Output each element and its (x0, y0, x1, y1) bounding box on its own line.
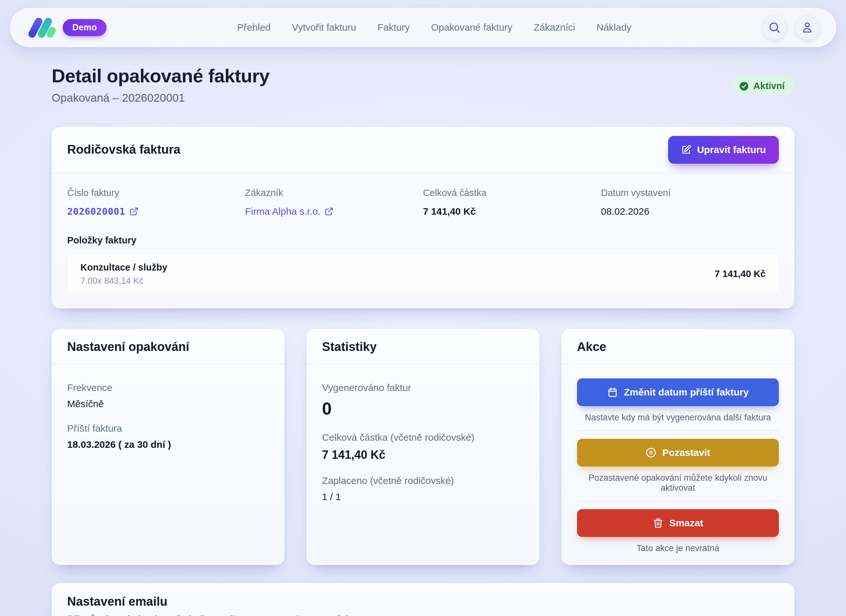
change-next-date-button[interactable]: Změnit datum příští faktury (577, 378, 779, 406)
stats-total-value: 7 141,40 Kč (322, 448, 524, 462)
app-logo-icon (26, 16, 57, 40)
customer-value: Firma Alpha s.r.o. (245, 206, 320, 217)
delete-help: Tato akce je nevratná (577, 543, 779, 553)
search-icon (768, 21, 781, 34)
pause-button[interactable]: Pozastavit (577, 439, 779, 466)
stats-total-label: Celková částka (včetně rodičovské) (322, 432, 524, 443)
external-link-icon (129, 207, 138, 216)
actions-card-head: Akce (561, 329, 794, 364)
statistics-card-body: Vygenerováno faktur 0 Celková částka (vč… (307, 364, 539, 530)
field-issue-date: Datum vystavení 08.02.2026 (601, 188, 779, 217)
email-settings-card: Nastavení emailu Přizpůsobte si obsah a … (52, 583, 794, 616)
field-invoice-number: Číslo faktury 2026020001 (67, 188, 245, 217)
next-invoice-value: 18.03.2026 ( za 30 dní ) (67, 439, 269, 450)
generated-invoices-value: 0 (322, 398, 524, 418)
actions-card-body: Změnit datum příští faktury Nastavte kdy… (561, 364, 794, 565)
next-invoice-label: Příští faktura (67, 423, 269, 434)
edit-icon (681, 145, 691, 155)
recurrence-card-head: Nastavení opakování (52, 329, 285, 364)
field-label: Zákazník (245, 188, 423, 198)
user-icon (801, 21, 814, 34)
nav-item-opakovane-faktury[interactable]: Opakované faktury (431, 22, 513, 33)
field-total-amount: Celková částka 7 141,40 Kč (423, 188, 601, 217)
nav-item-zakaznici[interactable]: Zákazníci (534, 22, 575, 33)
parent-invoice-card: Rodičovská faktura Upravit fakturu Číslo… (52, 127, 794, 308)
status-badge: Aktivní (732, 77, 794, 95)
external-link-icon (325, 207, 333, 216)
nav-item-vytvorit-fakturu[interactable]: Vytvořit fakturu (292, 22, 356, 33)
nav-item-faktury[interactable]: Faktury (377, 22, 410, 33)
actions-card-title: Akce (577, 340, 779, 354)
profile-button[interactable] (795, 15, 820, 40)
issue-date-value: 08.02.2026 (601, 206, 779, 217)
search-button[interactable] (762, 15, 787, 40)
page: Demo Přehled Vytvořit fakturu Faktury Op… (0, 0, 846, 616)
statistics-card-title: Statistiky (322, 340, 524, 354)
delete-button[interactable]: Smazat (577, 509, 779, 537)
recurrence-settings-card: Nastavení opakování Frekvence Měsíčně Př… (52, 329, 285, 565)
demo-badge: Demo (63, 19, 107, 36)
stats-paid-value: 1 / 1 (322, 491, 524, 502)
check-circle-icon (739, 81, 749, 91)
calendar-icon (607, 387, 618, 398)
nav-actions (762, 15, 820, 40)
actions-card: Akce Změnit datum příští faktury Nastavt… (561, 329, 794, 565)
stats-paid-label: Zaplaceno (včetně rodičovské) (322, 475, 524, 486)
divider (577, 501, 779, 502)
app-logo[interactable]: Demo (26, 16, 107, 40)
email-settings-subtitle: Přizpůsobte si obsah a předmět emailu pr… (67, 614, 779, 616)
invoice-number-value: 2026020001 (67, 206, 125, 217)
invoice-number-link[interactable]: 2026020001 (67, 206, 138, 217)
status-badge-label: Aktivní (753, 81, 785, 91)
invoice-items-label: Položky faktury (67, 235, 779, 246)
parent-invoice-card-head: Rodičovská faktura Upravit fakturu (52, 127, 794, 173)
divider (577, 430, 779, 431)
field-label: Datum vystavení (601, 188, 779, 198)
invoice-item-name: Konzultace / služby (81, 262, 167, 273)
pause-button-label: Pozastavit (662, 447, 710, 458)
statistics-card: Statistiky Vygenerováno faktur 0 Celková… (307, 329, 539, 565)
statistics-card-head: Statistiky (307, 329, 539, 364)
trash-icon (652, 518, 664, 528)
frequency-label: Frekvence (67, 382, 269, 393)
total-amount-value: 7 141,40 Kč (423, 206, 601, 217)
page-title: Detail opakované faktury (52, 65, 270, 87)
frequency-value: Měsíčně (67, 398, 269, 409)
field-label: Číslo faktury (67, 188, 245, 198)
pause-circle-icon (645, 447, 657, 458)
cards-row: Nastavení opakování Frekvence Měsíčně Př… (52, 329, 794, 565)
email-settings-title: Nastavení emailu (67, 595, 779, 609)
invoice-item-info: Konzultace / služby 7.00x 843,14 Kč (81, 262, 167, 286)
field-label: Celková částka (423, 188, 601, 198)
delete-button-label: Smazat (669, 518, 703, 528)
edit-invoice-button[interactable]: Upravit fakturu (668, 136, 779, 164)
change-next-date-help: Nastavte kdy má být vygenerována další f… (577, 413, 779, 422)
customer-link[interactable]: Firma Alpha s.r.o. (245, 206, 333, 217)
parent-invoice-card-body: Číslo faktury 2026020001 Zákazník F (52, 173, 794, 308)
pause-help: Pozastavené opakování můžete kdykoli zno… (577, 473, 779, 493)
field-customer: Zákazník Firma Alpha s.r.o. (245, 188, 423, 217)
edit-invoice-button-label: Upravit fakturu (697, 144, 766, 155)
recurrence-card-body: Frekvence Měsíčně Příští faktura 18.03.2… (52, 364, 285, 478)
top-navbar: Demo Přehled Vytvořit fakturu Faktury Op… (10, 8, 836, 47)
recurrence-card-title: Nastavení opakování (67, 340, 269, 354)
invoice-fields: Číslo faktury 2026020001 Zákazník F (67, 188, 779, 217)
invoice-item-quantity: 7.00x 843,14 Kč (81, 276, 167, 286)
change-next-date-label: Změnit datum příští faktury (624, 387, 749, 398)
page-head: Detail opakované faktury Opakovaná – 202… (52, 65, 794, 104)
nav-links: Přehled Vytvořit fakturu Faktury Opakova… (237, 22, 632, 33)
invoice-item-row: Konzultace / služby 7.00x 843,14 Kč 7 14… (67, 254, 779, 294)
main-content: Detail opakované faktury Opakovaná – 202… (52, 65, 794, 616)
parent-invoice-title: Rodičovská faktura (67, 143, 181, 157)
nav-item-prehled[interactable]: Přehled (237, 22, 270, 33)
nav-item-naklady[interactable]: Náklady (596, 22, 631, 33)
page-subtitle: Opakovaná – 2026020001 (52, 91, 270, 104)
invoice-item-total: 7 141,40 Kč (715, 268, 765, 279)
generated-invoices-label: Vygenerováno faktur (322, 382, 524, 393)
